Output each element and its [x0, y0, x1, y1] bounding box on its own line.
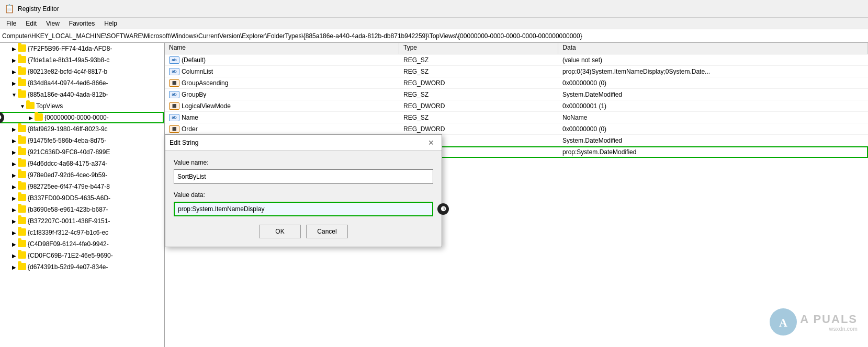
tree-item-2[interactable]: ▶ {7fde1a1e-8b31-49a5-93b8-c [0, 54, 164, 66]
tree-item-17[interactable]: ▶ {c1f8339f-f312-4c97-b1c6-ec [0, 227, 164, 238]
dialog-close-button[interactable]: ✕ [425, 136, 437, 149]
dialog-titlebar: Edit String ✕ [165, 135, 442, 151]
chevron-right-icon: ▶ [10, 240, 18, 248]
tree-item-selected[interactable]: ▶ {00000000-0000-0000- ❶ [0, 112, 164, 123]
value-row-groupascending[interactable]: ⬛ GroupAscending REG_DWORD 0x00000000 (0… [165, 77, 868, 89]
tree-item-16[interactable]: ▶ {B372207C-0011-438F-9151- [0, 215, 164, 227]
tree-item-20[interactable]: ▶ {d674391b-52d9-4e07-834e- [0, 261, 164, 273]
tree-item-1[interactable]: ▶ {7F2F5B96-FF74-41da-AFD8- [0, 43, 164, 54]
tree-item-label: {CD0FC69B-71E2-46e5-9690- [28, 252, 113, 259]
reg-type-icon-ab: ab [169, 91, 179, 98]
value-data-input[interactable] [174, 202, 433, 216]
tree-item-label: {B372207C-0011-438F-9151- [28, 217, 110, 225]
tree-item-3[interactable]: ▶ {80213e82-bcfd-4c4f-8817-b [0, 66, 164, 77]
value-row-logicalviewmode[interactable]: ⬛ LogicalViewMode REG_DWORD 0x00000001 (… [165, 100, 868, 112]
tree-item-topviews[interactable]: ▼ TopViews [0, 100, 164, 112]
value-name: Name [182, 114, 198, 121]
value-data: NoName [558, 113, 868, 122]
tree-item-label: {885a186e-a440-4ada-812b- [28, 91, 108, 98]
value-name: GroupBy [182, 91, 206, 98]
value-row-order[interactable]: ⬛ Order REG_DWORD 0x00000000 (0) [165, 123, 868, 135]
tree-item-8[interactable]: ▶ {8faf9629-1980-46ff-8023-9c [0, 123, 164, 135]
tree-item-4[interactable]: ▶ {834d8a44-0974-4ed6-866e- [0, 77, 164, 89]
chevron-right-icon: ▶ [27, 114, 35, 121]
value-type: REG_DWORD [399, 78, 558, 88]
tree-item-14[interactable]: ▶ {B337FD00-9DD5-4635-A6D- [0, 192, 164, 204]
menu-view[interactable]: View [42, 19, 64, 28]
value-type: REG_SZ [399, 55, 558, 65]
menu-favorites[interactable]: Favorites [65, 19, 99, 28]
menu-help[interactable]: Help [100, 19, 121, 28]
tree-item-label: {B337FD00-9DD5-4635-A6D- [28, 194, 110, 202]
value-data: prop:0(34)System.ItemNameDisplay;0System… [558, 67, 868, 76]
tree-item-label: {00000000-0000-0000- [44, 114, 109, 121]
chevron-right-icon: ▶ [10, 45, 18, 52]
tree-item-15[interactable]: ▶ {b3690e58-e961-423b-b687- [0, 204, 164, 215]
tree-item-18[interactable]: ▶ {C4D98F09-6124-4fe0-9942- [0, 238, 164, 250]
menu-file[interactable]: File [2, 19, 20, 28]
tree-item-label: {d674391b-52d9-4e07-834e- [28, 263, 108, 271]
edit-string-dialog: Edit String ✕ Value name: Value data: ❸ … [165, 134, 442, 247]
dialog-buttons: OK Cancel [174, 225, 433, 238]
value-data: 0x00000001 (1) [558, 101, 868, 111]
ok-button[interactable]: OK [259, 225, 301, 238]
chevron-right-icon: ▶ [10, 148, 18, 156]
tree-item-5[interactable]: ▼ {885a186e-a440-4ada-812b- [0, 89, 164, 100]
chevron-right-icon: ▶ [10, 137, 18, 144]
tree-item-label: {80213e82-bcfd-4c4f-8817-b [28, 68, 107, 75]
value-data: (value not set) [558, 55, 868, 65]
value-row-columnlist[interactable]: ab ColumnList REG_SZ prop:0(34)System.It… [165, 66, 868, 77]
tree-item-label: {7fde1a1e-8b31-49a5-93b8-c [28, 56, 109, 64]
cancel-button[interactable]: Cancel [306, 225, 348, 238]
tree-item-label: {b3690e58-e961-423b-b687- [28, 206, 108, 213]
dialog-title: Edit String [170, 139, 198, 146]
header-type: Type [399, 43, 558, 54]
tree-item-9[interactable]: ▶ {91475fe5-586b-4eba-8d75- [0, 135, 164, 146]
chevron-right-icon: ▶ [10, 79, 18, 87]
tree-item-label: {982725ee-6f47-479e-b447-8 [28, 183, 110, 190]
chevron-right-icon: ▶ [10, 160, 18, 167]
menu-edit[interactable]: Edit [21, 19, 41, 28]
address-bar: Computer\HKEY_LOCAL_MACHINE\SOFTWARE\Mic… [0, 29, 868, 43]
value-type: REG_DWORD [399, 101, 558, 111]
tree-panel: ▶ {7F2F5B96-FF74-41da-AFD8- ▶ {7fde1a1e-… [0, 43, 165, 347]
chevron-right-icon: ▶ [10, 229, 18, 236]
svg-text:A: A [779, 316, 787, 329]
chevron-right-icon: ▶ [10, 68, 18, 75]
tree-item-label: {978e0ed7-92d6-4cec-9b59- [28, 171, 107, 179]
chevron-right-icon: ▶ [10, 263, 18, 271]
value-name: (Default) [182, 56, 206, 64]
value-row-default[interactable]: ab (Default) REG_SZ (value not set) [165, 54, 868, 66]
value-name: LogicalViewMode [182, 102, 231, 110]
chevron-right-icon: ▶ [10, 217, 18, 225]
annotation-badge-3: ❸ [437, 203, 449, 215]
chevron-right-icon: ▶ [10, 252, 18, 259]
main-content: ▶ {7F2F5B96-FF74-41da-AFD8- ▶ {7fde1a1e-… [0, 43, 868, 347]
header-name: Name [165, 43, 399, 54]
tree-item-12[interactable]: ▶ {978e0ed7-92d6-4cec-9b59- [0, 169, 164, 181]
chevron-down-icon: ▼ [19, 102, 26, 110]
value-row-groupby[interactable]: ab GroupBy REG_SZ System.DateModified [165, 89, 868, 100]
tree-item-label: {94d6ddcc-4a68-4175-a374- [28, 160, 107, 167]
chevron-right-icon: ▶ [10, 194, 18, 202]
chevron-right-icon: ▶ [10, 183, 18, 190]
appuals-logo-icon: A [769, 308, 798, 337]
value-type: REG_SZ [399, 67, 558, 76]
chevron-down-icon: ▼ [10, 91, 18, 98]
reg-type-icon-ab: ab [169, 56, 179, 64]
value-name: ColumnList [182, 68, 213, 75]
tree-item-13[interactable]: ▶ {982725ee-6f47-479e-b447-8 [0, 181, 164, 192]
dialog-body: Value name: Value data: ❸ OK Cancel [165, 151, 442, 247]
tree-item-10[interactable]: ▶ {921C636D-9FC8-40d7-899E [0, 146, 164, 158]
tree-item-label: TopViews [36, 102, 63, 110]
value-name-input[interactable] [174, 169, 433, 184]
title-bar: 📋 Registry Editor [0, 0, 868, 18]
value-row-name[interactable]: ab Name REG_SZ NoName [165, 112, 868, 123]
chevron-right-icon: ▶ [10, 125, 18, 133]
tree-item-19[interactable]: ▶ {CD0FC69B-71E2-46e5-9690- [0, 250, 164, 261]
value-name: GroupAscending [182, 79, 228, 87]
tree-item-11[interactable]: ▶ {94d6ddcc-4a68-4175-a374- [0, 158, 164, 169]
menu-bar: File Edit View Favorites Help [0, 18, 868, 29]
watermark-text: A PUALS wsxdn.com [800, 313, 858, 332]
values-header: Name Type Data [165, 43, 868, 54]
